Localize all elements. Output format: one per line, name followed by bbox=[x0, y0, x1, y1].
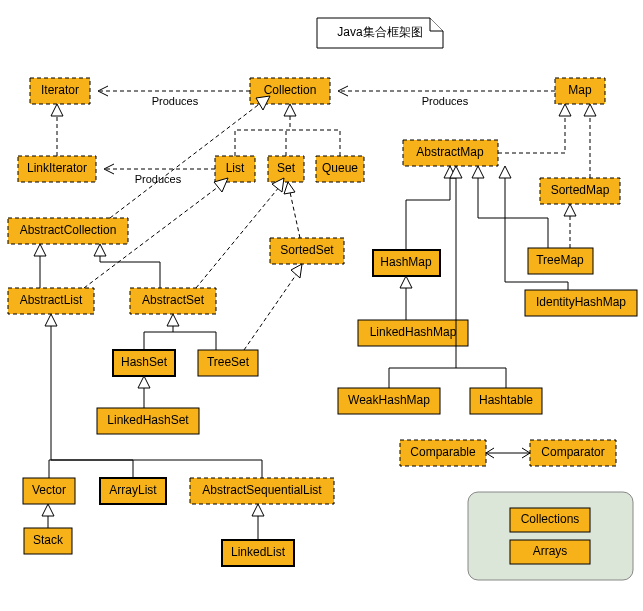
svg-text:AbstractCollection: AbstractCollection bbox=[20, 223, 117, 237]
svg-marker-35 bbox=[284, 104, 296, 116]
svg-text:Comparable: Comparable bbox=[410, 445, 476, 459]
legend-panel bbox=[468, 492, 633, 580]
svg-text:AbstractMap: AbstractMap bbox=[416, 145, 484, 159]
svg-text:LinkIterator: LinkIterator bbox=[27, 161, 87, 175]
svg-text:AbstractSequentialList: AbstractSequentialList bbox=[202, 483, 322, 497]
svg-marker-42 bbox=[564, 204, 576, 216]
svg-marker-37 bbox=[584, 104, 596, 116]
svg-text:Map: Map bbox=[568, 83, 592, 97]
svg-text:Produces: Produces bbox=[422, 95, 469, 107]
svg-text:AbstractSet: AbstractSet bbox=[142, 293, 205, 307]
svg-text:SortedSet: SortedSet bbox=[280, 243, 334, 257]
svg-text:HashMap: HashMap bbox=[380, 255, 432, 269]
svg-marker-53 bbox=[45, 314, 57, 326]
svg-marker-46 bbox=[34, 244, 46, 256]
svg-text:HashSet: HashSet bbox=[121, 355, 168, 369]
svg-text:AbstractList: AbstractList bbox=[20, 293, 83, 307]
svg-text:LinkedHashSet: LinkedHashSet bbox=[107, 413, 189, 427]
svg-text:List: List bbox=[226, 161, 245, 175]
svg-text:LinkedList: LinkedList bbox=[231, 545, 286, 559]
svg-text:TreeSet: TreeSet bbox=[207, 355, 250, 369]
svg-text:Arrays: Arrays bbox=[533, 544, 568, 558]
diagram-title-text: Java集合框架图 bbox=[337, 25, 422, 39]
svg-marker-55 bbox=[252, 504, 264, 516]
svg-marker-39 bbox=[284, 182, 295, 194]
svg-text:Queue: Queue bbox=[322, 161, 358, 175]
svg-text:Collections: Collections bbox=[521, 512, 580, 526]
svg-marker-34 bbox=[51, 104, 63, 116]
svg-marker-54 bbox=[42, 504, 54, 516]
java-collections-diagram: Java集合框架图 Iterator Collection Map LinkIt… bbox=[0, 0, 643, 611]
svg-text:Stack: Stack bbox=[33, 533, 64, 547]
svg-text:IdentityHashMap: IdentityHashMap bbox=[536, 295, 626, 309]
svg-marker-41 bbox=[472, 166, 484, 178]
svg-text:LinkedHashMap: LinkedHashMap bbox=[370, 325, 457, 339]
svg-text:Produces: Produces bbox=[135, 173, 182, 185]
svg-text:Comparator: Comparator bbox=[541, 445, 604, 459]
svg-marker-43 bbox=[499, 166, 511, 178]
svg-marker-50 bbox=[167, 314, 179, 326]
svg-text:SortedMap: SortedMap bbox=[551, 183, 610, 197]
svg-text:WeakHashMap: WeakHashMap bbox=[348, 393, 430, 407]
svg-text:Set: Set bbox=[277, 161, 296, 175]
svg-marker-48 bbox=[94, 244, 106, 256]
svg-marker-45 bbox=[400, 276, 412, 288]
svg-text:ArrayList: ArrayList bbox=[109, 483, 157, 497]
svg-text:TreeMap: TreeMap bbox=[536, 253, 584, 267]
svg-marker-36 bbox=[559, 104, 571, 116]
svg-text:Iterator: Iterator bbox=[41, 83, 79, 97]
svg-text:Produces: Produces bbox=[152, 95, 199, 107]
svg-text:Hashtable: Hashtable bbox=[479, 393, 533, 407]
svg-text:Vector: Vector bbox=[32, 483, 66, 497]
svg-marker-51 bbox=[291, 264, 302, 278]
diagram-title-note: Java集合框架图 bbox=[317, 18, 443, 48]
svg-text:Collection: Collection bbox=[264, 83, 317, 97]
svg-marker-52 bbox=[138, 376, 150, 388]
